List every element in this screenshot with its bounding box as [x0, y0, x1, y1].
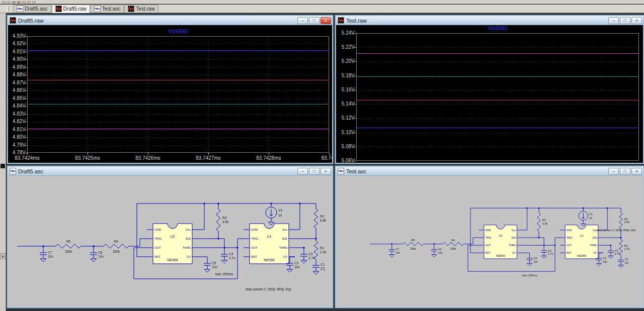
gridline: [356, 118, 639, 119]
x-tick: [148, 153, 148, 155]
window-controls: –□×: [297, 168, 331, 175]
trace-magenta[interactable]: [27, 129, 329, 129]
gridline: [27, 137, 329, 138]
trace-teal[interactable]: [27, 104, 329, 105]
schematic-label: 10n: [212, 265, 217, 269]
schematic-icon: [17, 6, 23, 12]
schematic-label: R3: [222, 216, 227, 220]
x-tick: [27, 153, 28, 155]
schematic-label: RST: [485, 251, 490, 254]
trace-teal[interactable]: [356, 76, 639, 77]
schematic-label: 2.7n: [229, 256, 235, 260]
trace-blue[interactable]: [27, 50, 329, 51]
waveform-plot[interactable]: V(n006)5.24V5.22V5.20V5.18V5.16V5.14V5.1…: [336, 25, 643, 163]
tab-label: Draft5.raw: [63, 6, 87, 12]
minimize-button[interactable]: –: [297, 168, 308, 175]
schematic-label: 10n: [438, 251, 442, 254]
schematic-label: NE555: [264, 258, 275, 262]
titlebar[interactable]: Draft5.asc –□×: [8, 167, 332, 176]
trace-magenta[interactable]: [356, 53, 639, 54]
schematic-label: C2: [603, 257, 606, 260]
y-tick-label: 4.81V: [13, 127, 26, 132]
x-tick-label: 83.7424ms: [13, 156, 41, 161]
y-tick-label: 4.82V: [13, 119, 26, 124]
close-button[interactable]: ×: [320, 17, 331, 24]
window-draft5-asc: Draft5.asc –□× R5330kR4330kC710nC610nGND…: [7, 166, 333, 308]
window-title: Draft5.raw: [18, 18, 295, 24]
tab-Test.asc[interactable]: Test.asc: [91, 5, 124, 13]
schematic-label: 10n: [48, 255, 53, 258]
minimize-button[interactable]: –: [297, 17, 308, 24]
schematic-label: {C}: [625, 261, 629, 264]
close-button[interactable]: ×: [320, 168, 331, 175]
schematic-label: R2: [624, 218, 628, 221]
schematic-label: C3: [614, 249, 618, 252]
schematic-label: C5: [533, 257, 537, 260]
gridline: [356, 47, 639, 48]
schematic-label: U2: [499, 234, 503, 237]
plot-frame: [356, 33, 639, 161]
schematic-label: R4: [451, 239, 455, 242]
trace-red[interactable]: [356, 100, 639, 100]
y-tick-label: 4.84V: [13, 103, 26, 109]
window-title: Test.asc: [346, 168, 606, 174]
titlebar[interactable]: Test.raw –□×: [336, 16, 643, 25]
schematic-label: .step param C 250p 350p 20p: [245, 287, 291, 291]
close-button[interactable]: ×: [631, 17, 642, 24]
waveform-plot[interactable]: V(n006)4.93V4.92V4.91V4.90V4.89V4.88V4.8…: [8, 25, 332, 163]
schematic-label: 6.8k: [320, 219, 327, 222]
scroll-down-button[interactable]: ▼: [0, 253, 6, 259]
maximize-button[interactable]: □: [309, 17, 319, 24]
schematic-label: TRIG: [154, 237, 162, 240]
maximize-button[interactable]: □: [620, 168, 630, 175]
schematic-label: OUT: [251, 246, 258, 249]
tabbar-grip[interactable]: [7, 6, 9, 12]
x-tick-label: 83.7425ms: [73, 156, 102, 161]
schematic-view[interactable]: R5330kR4330kC710nC610nGNDVccTRIGDISOUTTH…: [8, 176, 332, 307]
schematic-label: DIS: [186, 237, 191, 240]
gridline: [208, 36, 209, 153]
gridline: [27, 59, 329, 60]
gridline: [27, 130, 329, 130]
y-tick-label: 4.83V: [13, 112, 26, 117]
schematic-label: C1: [625, 258, 628, 261]
maximize-button[interactable]: □: [309, 168, 319, 175]
titlebar[interactable]: Draft5.raw –□×: [8, 16, 332, 25]
schematic-label: DIS: [282, 237, 287, 240]
schematic-icon: [10, 168, 16, 174]
schematic-label: Vcc: [512, 229, 516, 232]
gridline: [27, 75, 329, 75]
schematic-label: 10n: [603, 260, 607, 263]
titlebar[interactable]: Test.asc –□×: [336, 167, 643, 176]
document-tab-bar: Draft5.ascDraft5.rawTest.ascTest.raw: [0, 5, 644, 13]
schematic-label: TRIG: [567, 236, 573, 239]
x-tick: [208, 153, 209, 155]
waveform-icon: [10, 17, 16, 24]
tab-Test.raw[interactable]: Test.raw: [124, 5, 158, 13]
minimize-button[interactable]: –: [608, 17, 619, 24]
tab-label: Test.asc: [102, 6, 121, 12]
splitter-grip[interactable]: [1, 164, 5, 168]
schematic-label: DIS: [593, 236, 597, 239]
y-tick-label: 5.16V: [342, 87, 355, 92]
schematic-label: R1: [624, 244, 628, 247]
tab-Draft5.asc[interactable]: Draft5.asc: [13, 5, 51, 13]
tab-Draft5.raw[interactable]: Draft5.raw: [52, 5, 90, 13]
window-test-asc: Test.asc –□× R5330kR4330kC710nC610nGNDVc…: [335, 166, 644, 308]
gridline: [27, 44, 329, 44]
x-tick-label: 83.7426ms: [134, 156, 162, 161]
trace-red[interactable]: [27, 80, 329, 80]
gridline: [27, 67, 329, 68]
schematic-label: 10n: [533, 260, 538, 263]
maximize-button[interactable]: □: [620, 17, 630, 24]
schematic-view[interactable]: R5330kR4330kC710nC610nGNDVccTRIGDISOUTTH…: [336, 176, 643, 307]
schematic-label: 6.8k: [624, 221, 630, 224]
schematic-canvas[interactable]: R5330kR4330kC710nC610nGNDVccTRIGDISOUTTH…: [336, 176, 643, 307]
schematic-label: 330k: [65, 250, 72, 253]
schematic-canvas[interactable]: R5330kR4330kC710nC610nGNDVccTRIGDISOUTTH…: [8, 176, 332, 307]
schematic-label: 10: [589, 217, 592, 220]
trace-blue[interactable]: [356, 128, 639, 128]
close-button[interactable]: ×: [631, 168, 642, 175]
minimize-button[interactable]: –: [608, 168, 619, 175]
x-tick-label: 83.742: [315, 156, 332, 161]
